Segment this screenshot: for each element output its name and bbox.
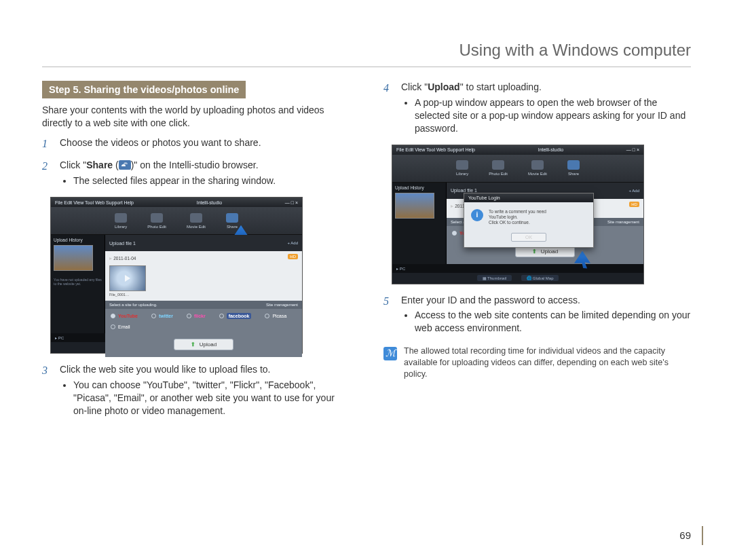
popup-line2: YouTube login. (489, 214, 546, 220)
share-toolbar-icon (567, 160, 580, 170)
app-name: Intelli-studio (197, 200, 222, 205)
view-thumbnail-button[interactable]: ▦ Thumbnail (477, 275, 512, 281)
popup-line3: Click OK to continue. (489, 220, 546, 225)
toolbar-library: Library (115, 225, 127, 229)
step4-bold: Upload (428, 81, 459, 92)
step-number: 1 (42, 136, 53, 151)
site-management-link[interactable]: Site management (266, 303, 298, 307)
app-toolbar: Library Photo Edit Movie Edit Share (392, 155, 643, 183)
popup-line1: To write a comment you need (489, 209, 546, 214)
app-menu: File Edit View Tool Web Support Help (55, 200, 134, 205)
video-thumbnail[interactable] (109, 265, 146, 291)
info-icon: i (471, 209, 483, 221)
step-number: 5 (383, 294, 394, 309)
step3-text: Click the web site you would like to upl… (60, 364, 271, 375)
site-flickr[interactable]: flickr (194, 314, 206, 318)
movie-edit-icon (531, 160, 544, 170)
site-radio-flickr[interactable] (187, 314, 191, 318)
share-toolbar-icon (226, 213, 238, 223)
step2-bold: Share (86, 160, 113, 170)
step2-sub: The selected files appear in the sharing… (73, 174, 350, 187)
toolbar-photo-edit: Photo Edit (489, 172, 508, 176)
select-site-label: Select a site for uploading. (109, 303, 157, 307)
app-name: Intelli-studio (538, 147, 563, 152)
photo-edit-icon (151, 213, 163, 223)
screenshot-upload-popup: File Edit View Tool Web Support Help Int… (392, 145, 644, 284)
date-label: 2011-01-04 (113, 256, 136, 261)
history-thumbnail (54, 245, 93, 271)
thumbnail-filename: File_0001… (109, 293, 298, 297)
pc-label: PC (400, 267, 405, 271)
pc-label: PC (58, 336, 64, 340)
movie-edit-icon (190, 213, 202, 223)
history-empty-note: You have not uploaded any files to the w… (54, 278, 102, 286)
divider (42, 67, 691, 67)
popup-title: YouTube Login (464, 193, 593, 202)
step2-text-pre: Click " (60, 160, 86, 170)
library-icon (456, 160, 468, 170)
date-arrow-icon: ▸ (451, 203, 453, 209)
intro-text: Share your contents with the world by up… (42, 104, 350, 130)
share-icon (119, 160, 131, 170)
site-radio-picasa[interactable] (265, 314, 269, 318)
site-youtube[interactable]: YouTube (118, 314, 138, 318)
step3-sub: You can choose "YouTube", "twitter", "Fl… (73, 379, 350, 417)
upload-history-title: Upload History (395, 185, 443, 190)
step-number: 2 (42, 159, 53, 174)
step4-sub: A pop-up window appears to open the web … (415, 96, 691, 135)
history-thumbnail (395, 193, 434, 219)
login-popup: YouTube Login i To write a comment you n… (464, 193, 594, 248)
toolbar-share: Share (568, 172, 579, 176)
toolbar-movie-edit: Movie Edit (528, 172, 547, 176)
screenshot-share-window: File Edit View Tool Web Support Help Int… (50, 197, 303, 354)
step2-text-mid: ( (113, 160, 119, 170)
app-toolbar: Library Photo Edit Movie Edit Share (51, 207, 302, 235)
step-number: 4 (383, 81, 394, 96)
step-number: 3 (42, 363, 53, 378)
site-radio-youtube[interactable] (452, 231, 457, 236)
upload-arrow-icon: ⬆ (532, 248, 537, 255)
step4-text-pre: Click " (401, 81, 428, 92)
hd-badge: HD (288, 254, 298, 259)
upload-button-label: Upload (541, 248, 558, 255)
upload-button-label: Upload (200, 341, 217, 348)
site-picasa[interactable]: Picasa (272, 314, 286, 318)
site-management-link[interactable]: Site management (607, 220, 639, 224)
toolbar-movie-edit: Movie Edit (187, 225, 206, 229)
site-radio-twitter[interactable] (151, 314, 156, 318)
site-radio-email[interactable] (111, 324, 115, 329)
window-controls-icon: — □ × (285, 200, 298, 205)
step2-text-post: )" on the Intelli-studio browser. (131, 160, 259, 170)
window-controls-icon: — □ × (626, 147, 639, 152)
add-button[interactable]: + Add (287, 241, 298, 245)
page-number-accent (702, 526, 703, 545)
site-email[interactable]: Email (118, 324, 130, 329)
step4-text-post: " to start uploading. (460, 81, 542, 92)
step5-sub: Access to the web site contents can be l… (415, 309, 691, 335)
site-facebook[interactable]: facebook (227, 313, 252, 319)
app-titlebar: File Edit View Tool Web Support Help Int… (392, 145, 643, 155)
photo-edit-icon (492, 160, 504, 170)
upload-file-label: Upload file 1 (109, 241, 136, 246)
site-twitter[interactable]: twitter (159, 314, 173, 318)
toolbar-photo-edit: Photo Edit (147, 225, 166, 229)
app-titlebar: File Edit View Tool Web Support Help Int… (51, 198, 302, 207)
note-icon: ℳ (383, 347, 397, 360)
toolbar-share: Share (227, 225, 238, 229)
upload-arrow-icon: ⬆ (191, 341, 195, 348)
upload-button[interactable]: ⬆Upload (174, 339, 233, 350)
date-arrow-icon: ▸ (109, 255, 112, 261)
hd-badge: HD (629, 202, 639, 207)
popup-ok-button[interactable]: OK (511, 233, 546, 242)
toolbar-library: Library (456, 172, 468, 176)
add-button[interactable]: + Add (628, 189, 639, 193)
upload-history-title: Upload History (54, 238, 102, 242)
view-globalmap-button[interactable]: 🌐 Global Map (521, 275, 559, 281)
page-title: Using with a Windows computer (42, 41, 691, 60)
step1-text: Choose the videos or photos you want to … (60, 137, 261, 148)
step-header: Step 5. Sharing the videos/photos online (42, 81, 246, 98)
site-radio-facebook[interactable] (219, 314, 224, 318)
site-radio-youtube[interactable] (111, 314, 115, 318)
library-icon (115, 213, 127, 223)
step5-text: Enter your ID and the password to access… (401, 295, 580, 305)
